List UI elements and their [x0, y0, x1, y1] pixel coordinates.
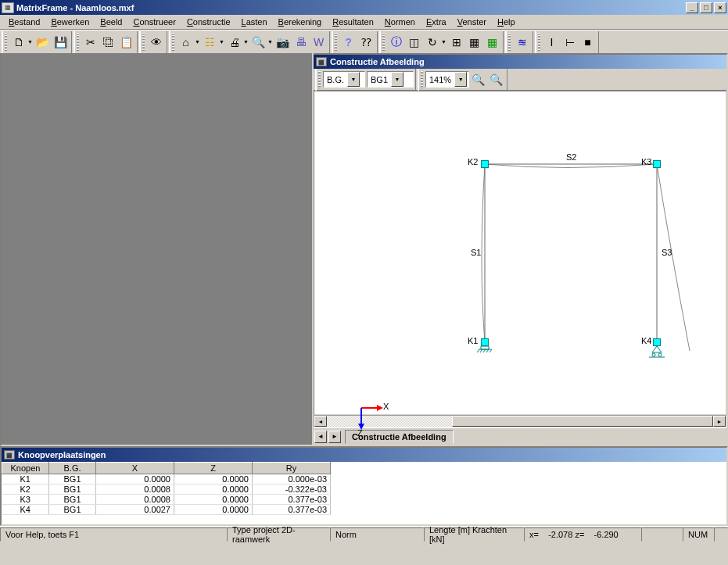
menu-constructie[interactable]: Constructie	[181, 16, 236, 28]
construction-dropdown[interactable]: ▼	[195, 39, 201, 45]
menu-normen[interactable]: Normen	[379, 16, 421, 28]
window-title: MatrixFrame - Naamloos.mxf	[16, 3, 684, 13]
word-icon[interactable]: W	[310, 34, 328, 51]
title-bar: ▦ MatrixFrame - Naamloos.mxf _ □ ×	[0, 0, 728, 15]
svg-point-10	[652, 353, 655, 356]
svg-line-9	[490, 349, 492, 352]
cut-icon[interactable]: ✂	[81, 34, 99, 51]
status-bar: Voor Help, toets F1 Type project 2D-raam…	[0, 526, 728, 542]
maximize-button[interactable]: □	[700, 2, 712, 13]
frame1-icon[interactable]: ⊞	[447, 34, 465, 51]
profile-icon[interactable]: ☷	[201, 34, 219, 51]
context-help-icon[interactable]: ⁇	[357, 34, 375, 51]
scroll-right-button[interactable]: ►	[713, 416, 726, 427]
viewport-panel: ▦ Constructie Afbeelding B.G.▼ BG1▼ 141%…	[314, 53, 728, 446]
label-k2: K2	[468, 157, 478, 166]
table-title-bar: ▦ Knoopverplaatsingen	[2, 448, 726, 462]
support-k4	[649, 346, 665, 360]
col-x[interactable]: X	[96, 463, 174, 474]
zoom-out-icon[interactable]: 🔍	[487, 71, 505, 88]
col-z[interactable]: Z	[174, 463, 253, 474]
menu-help[interactable]: Help	[492, 16, 521, 28]
support-k1	[477, 346, 493, 357]
node-k4[interactable]	[653, 338, 661, 346]
save-icon[interactable]: 💾	[52, 34, 70, 51]
menu-berekening[interactable]: Berekening	[273, 16, 328, 28]
menu-bewerken[interactable]: Bewerken	[45, 16, 95, 28]
eye-icon[interactable]: 👁	[147, 34, 165, 51]
construction-icon[interactable]: ⌂	[177, 34, 195, 51]
tab-prev-button[interactable]: ◄	[314, 431, 327, 443]
loadcase-combo[interactable]: B.G.▼	[323, 71, 365, 88]
label-s1: S1	[471, 248, 481, 257]
table-panel: ▦ Knoopverplaatsingen Knopen B.G. X Z Ry…	[0, 446, 728, 526]
help-icon[interactable]: ?	[339, 34, 357, 51]
preview-icon[interactable]: 🔍	[249, 34, 267, 51]
preview-dropdown[interactable]: ▼	[267, 39, 274, 45]
scroll-left-button[interactable]: ◄	[314, 416, 327, 427]
col-bg[interactable]: B.G.	[49, 463, 96, 474]
node-k3[interactable]	[653, 160, 661, 168]
table-row[interactable]: K3BG10.00080.00000.377e-03	[2, 495, 331, 505]
print-icon[interactable]: 🖨	[225, 34, 243, 51]
minimize-button[interactable]: _	[686, 2, 698, 13]
report-icon[interactable]: 🖶	[292, 34, 310, 51]
stop-icon[interactable]: ■	[579, 34, 597, 51]
viewport-toolbar: B.G.▼ BG1▼ 141%▼ 🔍 🔍	[314, 69, 726, 91]
new-dropdown[interactable]: ▼	[27, 39, 34, 45]
copy-icon[interactable]: ⿻	[99, 34, 117, 51]
graph-icon[interactable]: ≋	[513, 34, 531, 51]
menu-extra[interactable]: Extra	[421, 16, 452, 28]
status-grip	[714, 527, 728, 542]
col-knopen[interactable]: Knopen	[2, 463, 49, 474]
coordinate-axis: X Z	[353, 400, 385, 433]
label-s2: S2	[566, 152, 576, 162]
label-s3: S3	[662, 248, 672, 257]
work-area: ▦ Constructie Afbeelding B.G.▼ BG1▼ 141%…	[0, 53, 728, 446]
loadgroup-combo[interactable]: BG1▼	[367, 71, 414, 88]
column-icon[interactable]: ⊢	[561, 34, 579, 51]
zoom-combo[interactable]: 141%▼	[425, 71, 469, 88]
viewport-title: Constructie Afbeelding	[330, 57, 425, 66]
beam-icon[interactable]: I	[543, 34, 561, 51]
table-row[interactable]: K1BG10.00000.00000.000e-03	[2, 474, 331, 485]
col-ry[interactable]: Ry	[253, 463, 331, 474]
menu-construeer[interactable]: Construeer	[127, 16, 181, 28]
svg-marker-14	[377, 405, 383, 411]
open-icon[interactable]: 📂	[34, 34, 52, 51]
viewport-icon: ▦	[316, 57, 327, 66]
table-row[interactable]: K4BG10.00270.00000.377e-03	[2, 505, 331, 515]
ortho-icon[interactable]: ◫	[405, 34, 423, 51]
info-icon[interactable]: ⓘ	[387, 34, 405, 51]
drawing-canvas[interactable]: K1 K2 K3 K4 S1 S2 S3 X Z	[314, 91, 726, 415]
table-row[interactable]: K2BG10.00080.0000-0.322e-03	[2, 485, 331, 495]
new-icon[interactable]: 🗋	[9, 34, 27, 51]
camera-icon[interactable]: 📷	[274, 34, 292, 51]
close-button[interactable]: ×	[714, 2, 726, 13]
frame2-icon[interactable]: ▦	[465, 34, 483, 51]
svg-line-5	[477, 349, 479, 352]
frame3-icon[interactable]: ▦	[483, 34, 501, 51]
table-title: Knoopverplaatsingen	[18, 450, 106, 460]
svg-line-8	[486, 349, 489, 352]
node-k2[interactable]	[481, 160, 489, 168]
menu-beeld[interactable]: Beeld	[95, 16, 127, 28]
menu-resultaten[interactable]: Resultaten	[327, 16, 379, 28]
label-k3: K3	[641, 157, 651, 166]
svg-line-6	[480, 349, 482, 352]
menu-lasten[interactable]: Lasten	[236, 16, 273, 28]
tab-next-button[interactable]: ►	[328, 431, 341, 443]
profile-dropdown[interactable]: ▼	[219, 39, 225, 45]
print-dropdown[interactable]: ▼	[243, 39, 249, 45]
label-k1: K1	[468, 336, 478, 345]
status-coords: x= -2.078 z= -6.290	[524, 527, 641, 542]
paste-icon[interactable]: 📋	[117, 34, 135, 51]
rotate-icon[interactable]: ↻	[423, 34, 441, 51]
svg-point-11	[658, 353, 662, 356]
menu-bestand[interactable]: Bestand	[3, 16, 45, 28]
node-k1[interactable]	[481, 338, 489, 346]
zoom-in-icon[interactable]: 🔍	[469, 71, 487, 88]
results-grid[interactable]: Knopen B.G. X Z Ry K1BG10.00000.00000.00…	[2, 462, 726, 524]
rotate-dropdown[interactable]: ▼	[441, 39, 447, 45]
menu-venster[interactable]: Venster	[452, 16, 492, 28]
